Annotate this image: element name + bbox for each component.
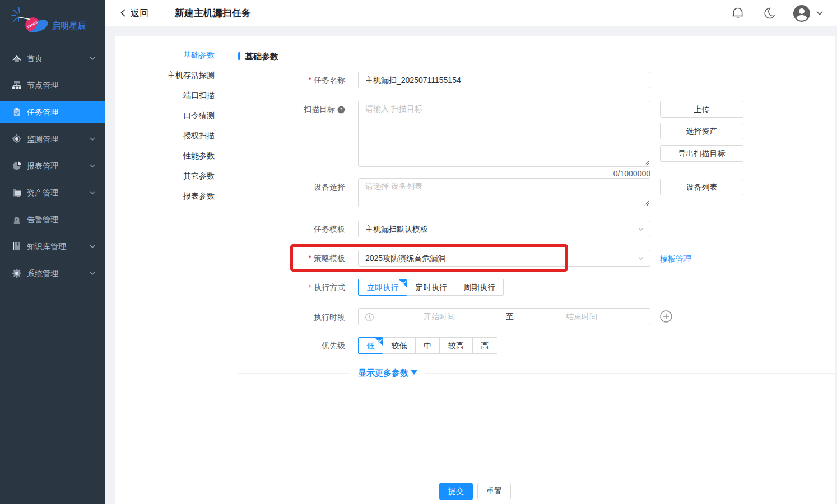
- svg-text:?: ?: [340, 107, 342, 113]
